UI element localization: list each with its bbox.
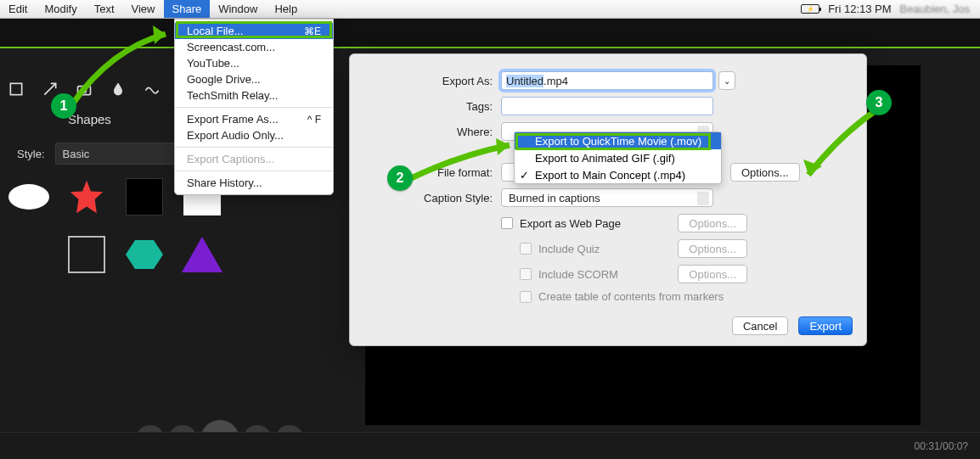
annotation-badge-1: 1 (51, 93, 76, 119)
export-as-history-button[interactable]: ⌄ (718, 71, 735, 90)
timecode: 00:31/00:0? (915, 440, 968, 452)
quiz-checkbox (520, 243, 532, 255)
menu-text[interactable]: Text (86, 0, 123, 18)
tool-unknown[interactable] (7, 80, 25, 98)
cancel-button[interactable]: Cancel (732, 316, 788, 335)
export-as-ext: .mp4 (544, 75, 568, 87)
menubar-clock: Fri 12:13 PM (828, 3, 891, 15)
quiz-options-button: Options... (678, 239, 747, 258)
menu-item-shortcut: ⌘E (304, 25, 321, 37)
playback-bar: 00:31/00:0? (0, 432, 980, 459)
webpage-options-button: Options... (678, 214, 747, 232)
share-youtube[interactable]: YouTube... (175, 55, 333, 71)
webpage-checkbox[interactable] (501, 217, 513, 229)
format-options-button[interactable]: Options... (730, 163, 800, 182)
style-label: Style: (17, 148, 45, 160)
export-as-input[interactable]: Untitled.mp4 (501, 71, 713, 90)
svg-marker-3 (153, 25, 166, 44)
scorm-options-button: Options... (678, 265, 747, 283)
toc-checkbox (520, 291, 532, 303)
export-dialog: Export As: Untitled.mp4 ⌄ Tags: Where: F… (349, 53, 867, 346)
tags-label: Tags: (350, 100, 501, 113)
format-option-mp4[interactable]: ✓ Export to Main Concept (.mp4) (515, 166, 721, 183)
file-format-dropdown[interactable]: Export to QuickTime Movie (.mov) Export … (514, 132, 722, 184)
annotation-arrow-2 (399, 138, 527, 189)
export-as-label: Export As: (350, 75, 501, 87)
battery-icon: ⚡ (801, 4, 819, 14)
menu-modify[interactable]: Modify (36, 0, 85, 18)
share-screencast[interactable]: Screencast.com... (175, 39, 333, 55)
separator (175, 147, 333, 148)
export-as-filename: Untitled (506, 75, 544, 87)
share-export-captions: Export Captions... (175, 151, 333, 167)
share-export-audio[interactable]: Export Audio Only... (175, 127, 333, 143)
separator (175, 171, 333, 171)
shape-ellipse[interactable] (3, 171, 54, 222)
menu-view[interactable]: View (123, 0, 164, 18)
scorm-checkbox (520, 268, 532, 280)
style-row: Style: Basic (17, 143, 200, 165)
scorm-label: Include SCORM (538, 268, 618, 281)
share-history[interactable]: Share History... (175, 175, 333, 191)
annotation-badge-3: 3 (866, 90, 892, 115)
share-export-frame[interactable]: Export Frame As... ^ F (175, 111, 333, 127)
shape-star[interactable] (61, 171, 112, 222)
menu-window[interactable]: Window (210, 0, 266, 18)
annotation-badge-2: 2 (387, 165, 413, 191)
shape-triangle[interactable] (177, 229, 228, 280)
annotation-arrow-1 (59, 24, 195, 109)
menu-edit[interactable]: Edit (0, 0, 36, 18)
webpage-label: Export as Web Page (520, 217, 621, 230)
separator (175, 107, 333, 108)
share-local-file[interactable]: Local File... ⌘E (175, 23, 333, 39)
svg-rect-0 (10, 83, 21, 94)
menu-help[interactable]: Help (266, 0, 306, 18)
share-techsmith-relay[interactable]: TechSmith Relay... (175, 87, 333, 104)
mac-menubar: Edit Modify Text View Share Window Help … (0, 0, 980, 19)
format-option-gif[interactable]: Export to Animated GIF (.gif) (515, 149, 721, 166)
format-option-mov[interactable]: Export to QuickTime Movie (.mov) (515, 132, 721, 149)
share-dropdown[interactable]: Local File... ⌘E Screencast.com... YouTu… (174, 19, 334, 195)
shape-black-square[interactable] (119, 171, 170, 222)
export-button[interactable]: Export (798, 316, 853, 335)
shape-outline-square[interactable] (61, 229, 112, 280)
toc-label: Create table of contents from markers (538, 290, 724, 303)
share-googledrive[interactable]: Google Drive... (175, 71, 333, 87)
where-label: Where: (350, 126, 501, 138)
shape-hexagon[interactable] (119, 229, 170, 280)
menu-share[interactable]: Share (164, 0, 211, 18)
caption-style-label: Caption Style: (350, 192, 501, 204)
tags-input[interactable] (501, 97, 713, 115)
svg-marker-4 (496, 138, 510, 155)
shapes-panel-title: Shapes (68, 112, 111, 126)
quiz-label: Include Quiz (538, 243, 600, 255)
caption-style-select[interactable]: Burned in captions (501, 188, 713, 207)
shape-empty[interactable] (3, 229, 54, 280)
menubar-username: Beaubien, Jos (900, 3, 970, 15)
